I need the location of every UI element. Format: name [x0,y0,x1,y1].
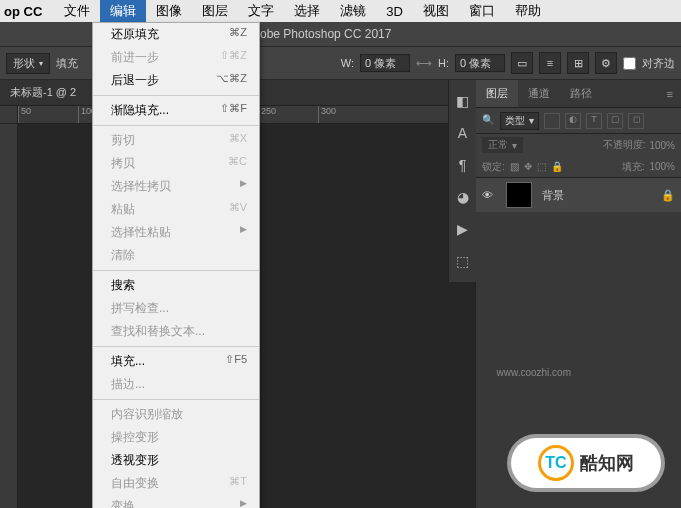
color-icon[interactable]: ◕ [454,188,472,206]
menu-item: 选择性粘贴▶ [93,221,259,244]
panel-iconstrip: ◧ A ¶ ◕ ▶ ⬚ [448,80,476,282]
menu-item: 内容识别缩放 [93,403,259,426]
menu-item: 自由变换⌘T [93,472,259,495]
lock-position-icon[interactable]: ✥ [524,161,532,172]
w-label: W: [341,57,354,69]
gear-icon[interactable]: ⚙ [595,52,617,74]
swatches-icon[interactable]: ⬚ [454,252,472,270]
blend-row: 正常▾ 不透明度: 100% [476,134,681,156]
layer-thumbnail[interactable] [506,182,532,208]
lock-row: 锁定: ▨ ✥ ⬚ 🔒 填充: 100% [476,156,681,178]
layer-name[interactable]: 背景 [542,188,564,203]
path-ops-icon[interactable]: ▭ [511,52,533,74]
menu-window[interactable]: 窗口 [459,0,505,22]
menu-item: 清除 [93,244,259,267]
watermark-logo: TC 酷知网 [511,438,661,488]
fill-label: 填充: [622,160,645,174]
menu-type[interactable]: 文字 [238,0,284,22]
menubar: op CC 文件 编辑 图像 图层 文字 选择 滤镜 3D 视图 窗口 帮助 [0,0,681,22]
document-tab-label: 未标题-1 @ 2 [10,85,76,100]
align-icon[interactable]: ≡ [539,52,561,74]
app-title: obe Photoshop CC 2017 [260,27,391,41]
menu-item: 描边... [93,373,259,396]
histogram-icon[interactable]: ◧ [454,92,472,110]
lock-nest-icon[interactable]: ⬚ [537,161,546,172]
fill-value[interactable]: 100% [649,161,675,172]
chevron-down-icon: ▾ [39,59,43,68]
menu-filter[interactable]: 滤镜 [330,0,376,22]
menu-item[interactable]: 渐隐填充...⇧⌘F [93,99,259,122]
watermark-text: www.coozhi.com [497,367,571,378]
menu-item[interactable]: 后退一步⌥⌘Z [93,69,259,92]
shape-select[interactable]: 形状▾ [6,53,50,74]
h-label: H: [438,57,449,69]
height-input[interactable] [455,54,505,72]
menu-item[interactable]: 填充...⇧F5 [93,350,259,373]
filter-type-select[interactable]: 类型▾ [500,112,539,130]
menu-image[interactable]: 图像 [146,0,192,22]
arrange-icon[interactable]: ⊞ [567,52,589,74]
logo-mark: TC [538,445,574,481]
menu-item[interactable]: 搜索 [93,274,259,297]
paragraph-icon[interactable]: ¶ [454,156,472,174]
menu-file[interactable]: 文件 [54,0,100,22]
opacity-value[interactable]: 100% [649,140,675,151]
menu-item: 前进一步⇧⌘Z [93,46,259,69]
tab-paths[interactable]: 路径 [560,80,602,107]
layer-row[interactable]: 👁 背景 🔒 [476,178,681,212]
menu-item: 选择性拷贝▶ [93,175,259,198]
chevron-down-icon: ▾ [512,140,517,151]
menu-item: 拷贝⌘C [93,152,259,175]
menu-item: 拼写检查... [93,297,259,320]
align-edges-checkbox[interactable] [623,57,636,70]
filter-type-icon[interactable]: T [586,113,602,129]
menu-item: 粘贴⌘V [93,198,259,221]
layer-filter-row: 🔍 类型▾ ◐ T ▢ ◻ [476,108,681,134]
lock-icon: 🔒 [661,189,675,202]
app-name: op CC [4,4,42,19]
menu-item: 操控变形 [93,426,259,449]
link-icon[interactable]: ⟷ [416,57,432,70]
menu-item[interactable]: 还原填充⌘Z [93,23,259,46]
ruler-origin [0,106,18,124]
tab-layers[interactable]: 图层 [476,80,518,107]
tab-channels[interactable]: 通道 [518,80,560,107]
blend-mode-select[interactable]: 正常▾ [482,137,523,153]
character-icon[interactable]: A [454,124,472,142]
menu-item: 变换▶ [93,495,259,508]
search-icon[interactable]: 🔍 [482,114,496,128]
panel-tabs: 图层 通道 路径 ≡ [476,80,681,108]
menu-item[interactable]: 透视变形 [93,449,259,472]
menu-view[interactable]: 视图 [413,0,459,22]
align-edges-label: 对齐边 [642,56,675,71]
menu-item: 剪切⌘X [93,129,259,152]
menu-layer[interactable]: 图层 [192,0,238,22]
visibility-icon[interactable]: 👁 [482,189,496,201]
panel-menu-icon[interactable]: ≡ [659,88,681,100]
opacity-label: 不透明度: [603,138,646,152]
menu-item: 查找和替换文本... [93,320,259,343]
lock-label: 锁定: [482,160,505,174]
lock-pixels-icon[interactable]: ▨ [510,161,519,172]
fill-label: 填充 [56,56,78,71]
edit-menu-dropdown: 还原填充⌘Z前进一步⇧⌘Z后退一步⌥⌘Z渐隐填充...⇧⌘F剪切⌘X拷贝⌘C选择… [92,22,260,508]
chevron-down-icon: ▾ [529,115,534,126]
logo-text: 酷知网 [580,451,634,475]
width-input[interactable] [360,54,410,72]
filter-shape-icon[interactable]: ▢ [607,113,623,129]
filter-adjust-icon[interactable]: ◐ [565,113,581,129]
filter-smart-icon[interactable]: ◻ [628,113,644,129]
ruler-vertical [0,124,18,508]
menu-3d[interactable]: 3D [376,2,413,21]
filter-pixel-icon[interactable] [544,113,560,129]
menu-help[interactable]: 帮助 [505,0,551,22]
menu-edit[interactable]: 编辑 [100,0,146,22]
menu-select[interactable]: 选择 [284,0,330,22]
lock-all-icon[interactable]: 🔒 [551,161,563,172]
play-icon[interactable]: ▶ [454,220,472,238]
